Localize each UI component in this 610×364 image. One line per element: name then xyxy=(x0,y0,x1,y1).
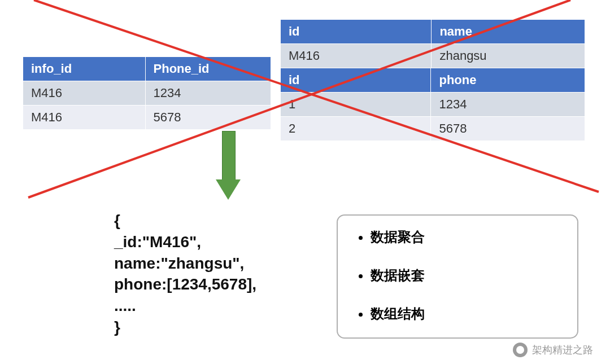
list-item: 数据嵌套 xyxy=(371,266,560,284)
list-item: 数据聚合 xyxy=(371,228,560,246)
watermark-text: 架构精进之路 xyxy=(532,343,593,357)
code-line: { xyxy=(114,210,256,231)
table-row: M416 5678 xyxy=(23,106,271,130)
code-line: ..... xyxy=(114,295,256,317)
arrow-down-icon xyxy=(216,131,241,201)
list-item: 数组结构 xyxy=(371,305,560,323)
cell: M416 xyxy=(281,44,432,68)
cell: 5678 xyxy=(431,117,585,141)
th-phone-id: Phone_id xyxy=(145,57,271,81)
watermark: 架构精进之路 xyxy=(513,343,593,357)
cell: 1 xyxy=(281,93,431,117)
table-header-row: id phone xyxy=(281,68,585,93)
table-header-row: info_id Phone_id xyxy=(23,57,271,81)
table-row: M416 1234 xyxy=(23,81,271,106)
json-document: { _id:"M416", name:"zhangsu", phone:[123… xyxy=(114,210,256,338)
cell: M416 xyxy=(23,81,146,106)
table-row: 2 5678 xyxy=(281,117,585,141)
cell: 2 xyxy=(281,117,431,141)
table-row: 1 1234 xyxy=(281,93,585,117)
feature-list: 数据聚合 数据嵌套 数组结构 xyxy=(355,228,560,323)
cell: 1234 xyxy=(431,93,585,117)
th-info-id: info_id xyxy=(23,57,146,81)
table-right-top: id name M416 zhangsu xyxy=(280,19,585,68)
th-id2: id xyxy=(281,68,431,93)
th-name: name xyxy=(432,20,585,44)
table-header-row: id name xyxy=(281,20,585,44)
code-line: name:"zhangsu", xyxy=(114,253,256,274)
feature-box: 数据聚合 数据嵌套 数组结构 xyxy=(337,214,578,339)
cell: M416 xyxy=(23,106,146,130)
code-line: _id:"M416", xyxy=(114,231,256,253)
table-left: info_id Phone_id M416 1234 M416 5678 xyxy=(23,56,271,130)
code-line: } xyxy=(114,317,256,338)
th-id: id xyxy=(281,20,432,44)
cell: zhangsu xyxy=(432,44,585,68)
wechat-icon xyxy=(513,343,528,357)
table-right-bottom: id phone 1 1234 2 5678 xyxy=(280,68,585,141)
diagram-canvas: info_id Phone_id M416 1234 M416 5678 id … xyxy=(0,0,610,364)
cell: 5678 xyxy=(145,106,271,130)
table-row: M416 zhangsu xyxy=(281,44,585,68)
cell: 1234 xyxy=(145,81,271,106)
th-phone: phone xyxy=(431,68,585,93)
code-line: phone:[1234,5678], xyxy=(114,274,256,295)
